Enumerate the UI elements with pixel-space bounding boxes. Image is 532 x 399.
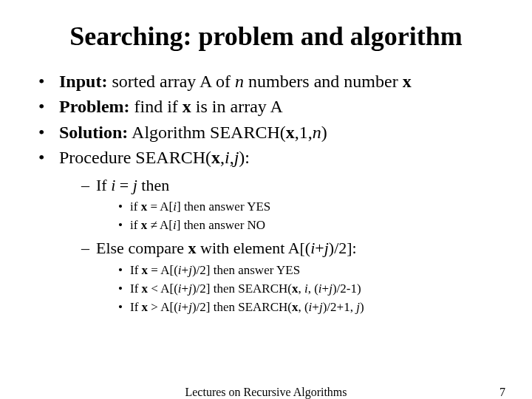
var-x: x — [142, 263, 149, 277]
text: Algorithm SEARCH( — [128, 123, 285, 142]
slide-title: Searching: problem and algorithm — [30, 21, 502, 52]
text: ): — [239, 148, 250, 167]
text: then — [137, 176, 169, 194]
text: , ( — [308, 282, 318, 296]
text: if — [130, 200, 141, 214]
text: = — [115, 176, 132, 194]
label: Input: — [59, 72, 107, 91]
text: ) — [360, 300, 364, 314]
case-equal-mid: If x = A[(i+j)/2] then answer YES — [118, 262, 502, 279]
text: If — [130, 300, 142, 314]
text: ] then answer NO — [177, 218, 265, 232]
var-x: x — [286, 123, 295, 142]
main-list: Input: sorted array A of n numbers and n… — [30, 69, 502, 316]
subsub-list: If x = A[(i+j)/2] then answer YES If x <… — [96, 262, 502, 316]
var-i: i — [225, 148, 230, 167]
text: If — [96, 176, 111, 194]
sub-list: If i = j then if x = A[i] then answer YE… — [59, 174, 502, 316]
footer-title: Lectures on Recursive Algorithms — [185, 386, 347, 399]
var-x: x — [188, 239, 197, 257]
bullet-solution: Solution: Algorithm SEARCH(x,1,n) — [38, 120, 502, 144]
text: > A[( — [148, 300, 178, 314]
var-n: n — [313, 123, 321, 142]
var-x: x — [142, 282, 149, 296]
text: if — [130, 218, 141, 232]
page-number: 7 — [499, 386, 505, 399]
text: + — [182, 263, 189, 277]
bullet-problem: Problem: find if x is in array A — [38, 95, 502, 118]
text: If — [130, 263, 142, 277]
text: )/2]: — [329, 239, 357, 257]
text: + — [312, 300, 319, 314]
text: ) — [321, 123, 327, 142]
text: + — [315, 239, 324, 257]
var-x: x — [142, 300, 149, 314]
case-greater-mid: If x > A[(i+j)/2] then SEARCH(x, (i+j)/2… — [118, 299, 502, 316]
text: )/2-1) — [332, 282, 361, 296]
text: ] then answer YES — [177, 200, 270, 214]
sub-else-compare: Else compare x with element A[(i+j)/2]: … — [81, 237, 502, 316]
text: Else compare — [96, 239, 188, 257]
text: )/2] then answer YES — [192, 263, 300, 277]
case-less-mid: If x < A[(i+j)/2] then SEARCH(x, i, (i+j… — [118, 281, 502, 298]
bullet-procedure: Procedure SEARCH(x,i,j): If i = j then i… — [38, 146, 502, 316]
var-x: x — [183, 97, 191, 116]
text: + — [182, 282, 189, 296]
text: 1 — [299, 123, 308, 142]
var-n: n — [235, 72, 244, 91]
text: ≠ A[ — [147, 218, 173, 232]
label: Solution: — [59, 123, 128, 142]
text: < A[( — [148, 282, 178, 296]
bullet-input: Input: sorted array A of n numbers and n… — [38, 69, 502, 93]
subsub-list: if x = A[i] then answer YES if x ≠ A[i] … — [96, 199, 502, 234]
var-x: x — [211, 148, 220, 167]
text: with element A[( — [197, 239, 311, 257]
text: find if — [130, 97, 183, 116]
case-no: if x ≠ A[i] then answer NO — [118, 217, 502, 234]
label: Problem: — [59, 97, 130, 116]
sub-if-equal: If i = j then if x = A[i] then answer YE… — [81, 174, 502, 235]
text: )/2] then SEARCH( — [192, 282, 292, 296]
case-yes: if x = A[i] then answer YES — [118, 199, 502, 216]
text: numbers and number — [244, 72, 403, 91]
text: = A[ — [147, 200, 173, 214]
text: If — [130, 282, 142, 296]
text: , — [298, 282, 304, 296]
text: + — [182, 300, 189, 314]
var-x: x — [141, 200, 148, 214]
text: )/2+1, — [323, 300, 356, 314]
text: Procedure SEARCH( — [59, 148, 211, 167]
text: )/2] then SEARCH( — [192, 300, 292, 314]
text: = A[( — [148, 263, 178, 277]
text: is in array A — [191, 97, 283, 116]
text: + — [322, 282, 330, 296]
text: , ( — [298, 300, 308, 314]
var-x: x — [141, 218, 148, 232]
text: sorted array A of — [107, 72, 235, 91]
var-x: x — [403, 72, 412, 91]
